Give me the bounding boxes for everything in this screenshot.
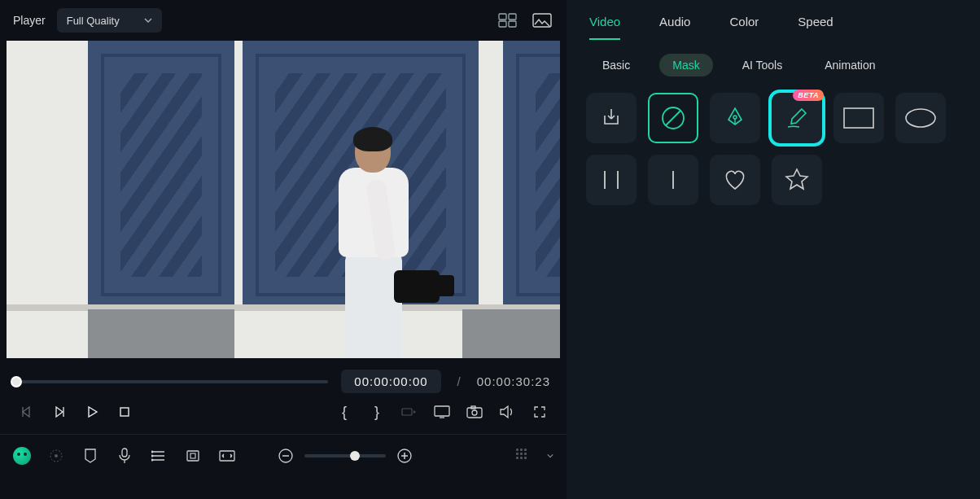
timeline-scrubber[interactable] [16,380,328,383]
play-button[interactable] [83,403,101,421]
step-forward-button[interactable] [50,403,68,421]
display-settings-button[interactable] [433,403,451,421]
svg-rect-16 [220,451,234,461]
current-time: 00:00:00:00 [341,370,440,393]
quality-value: Full Quality [67,15,120,27]
zoom-thumb[interactable] [350,451,360,461]
svg-rect-13 [122,449,127,457]
panel-grip-icon[interactable] [516,449,531,463]
beta-badge: BETA [793,90,824,101]
svg-rect-3 [509,21,516,27]
brush-mask[interactable]: BETA [772,93,822,143]
rectangle-mask[interactable] [833,93,884,143]
tracks-icon[interactable] [150,447,168,465]
svg-point-22 [906,109,935,127]
svg-rect-15 [190,453,195,458]
layout-grid-icon[interactable] [497,11,519,29]
zoom-out-button[interactable] [277,447,295,465]
prev-frame-button[interactable] [18,403,36,421]
zoom-slider[interactable] [304,454,386,457]
player-label: Player [13,14,46,27]
ellipse-mask[interactable] [895,93,946,143]
snapshot-button[interactable] [466,403,483,421]
svg-rect-0 [499,14,506,20]
mark-out-button[interactable]: } [368,403,386,421]
stop-button[interactable] [116,403,133,421]
effects-icon[interactable] [47,447,65,465]
bottom-toolbar [0,434,567,476]
zoom-in-button[interactable] [396,447,413,465]
picture-icon[interactable] [531,11,553,29]
microphone-icon[interactable] [116,447,133,465]
svg-rect-1 [509,14,516,20]
single-line-mask[interactable] [648,155,698,205]
split-mask[interactable] [586,155,637,205]
fullscreen-button[interactable] [531,403,549,421]
svg-rect-8 [467,408,482,418]
inspector-main-tabs: VideoAudioColorSpeed [567,0,980,41]
svg-point-12 [55,454,58,457]
svg-point-20 [733,116,737,119]
crop-icon[interactable] [184,447,202,465]
scrubber-thumb[interactable] [11,376,22,387]
mask-shape-grid: BETA [567,85,980,213]
duration: 00:00:30:23 [477,374,550,388]
import-mask[interactable] [586,93,637,143]
tab-color[interactable]: Color [729,10,759,40]
subtab-animation[interactable]: Animation [812,54,888,77]
video-preview[interactable] [7,41,560,358]
subtab-basic[interactable]: Basic [589,54,643,77]
marker-icon[interactable] [81,447,99,465]
tab-speed[interactable]: Speed [798,10,833,40]
star-mask[interactable] [772,155,822,205]
player-topbar: Player Full Quality [0,0,567,41]
svg-rect-2 [499,21,506,27]
none-mask[interactable] [648,93,698,143]
volume-button[interactable] [498,403,516,421]
inspector-sub-tabs: BasicMaskAI ToolsAnimation [567,41,980,85]
heart-mask[interactable] [710,155,760,205]
subtab-ai-tools[interactable]: AI Tools [729,54,796,77]
app-logo-icon[interactable] [13,447,31,465]
time-separator: / [454,374,464,388]
panel-menu-chevron-icon[interactable] [547,453,553,459]
svg-rect-21 [844,108,873,128]
subtab-mask[interactable]: Mask [659,54,712,77]
range-dropdown[interactable] [400,403,418,421]
svg-point-9 [472,410,477,415]
pen-mask[interactable] [710,93,760,143]
tab-video[interactable]: Video [589,10,620,40]
chevron-down-icon [144,16,152,24]
fit-width-icon[interactable] [218,447,236,465]
tab-audio[interactable]: Audio [659,10,690,40]
quality-dropdown[interactable]: Full Quality [57,8,162,33]
svg-rect-5 [120,408,129,416]
mark-in-button[interactable]: { [335,403,353,421]
svg-rect-14 [187,451,199,461]
svg-rect-6 [402,409,412,415]
svg-rect-7 [435,406,449,416]
